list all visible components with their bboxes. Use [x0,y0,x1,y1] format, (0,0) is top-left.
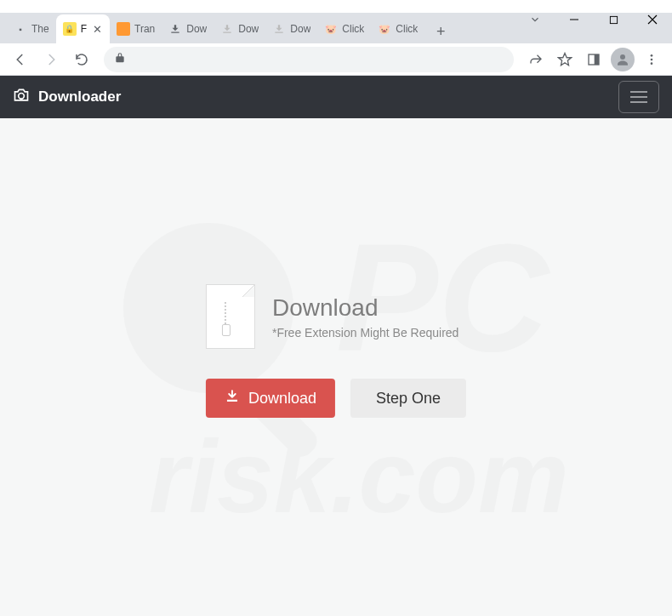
page-header: Downloader [0,76,672,118]
back-button[interactable] [7,46,34,73]
tab-favicon [117,22,130,36]
browser-tab-bar: ▪ The 🔒 F ✕ Tran Dow Dow Dow 🐷 Click 🐷 C… [0,13,672,43]
camera-icon [13,87,30,108]
tab-title: Tran [134,23,155,35]
svg-point-4 [620,54,625,60]
svg-point-7 [651,62,653,65]
browser-tab[interactable]: ▪ The [7,14,56,43]
panel-icon[interactable] [580,46,607,73]
browser-tab-active[interactable]: 🔒 F ✕ [56,14,110,43]
tab-favicon: 🐷 [324,22,338,36]
svg-rect-3 [595,54,599,65]
browser-tab[interactable]: Dow [162,14,214,43]
tab-favicon: ▪ [14,22,27,36]
svg-point-5 [651,54,653,57]
minimize-button[interactable] [555,3,594,37]
hamburger-menu[interactable] [618,81,659,113]
download-arrow-icon [225,389,240,408]
svg-text:risk.com: risk.com [149,419,569,533]
bookmark-icon[interactable] [551,46,578,73]
forward-button[interactable] [37,46,65,73]
tab-title: Click [342,23,364,35]
profile-button[interactable] [609,46,636,73]
tab-favicon: 🐷 [378,22,391,36]
download-subtitle: *Free Extension Might Be Required [272,326,458,339]
lock-icon [114,52,126,67]
tab-title: Dow [186,23,207,35]
new-tab-button[interactable]: + [429,20,453,43]
brand[interactable]: Downloader [13,87,121,108]
browser-tab[interactable]: 🐷 Click [317,14,371,43]
main-content: PC risk.com Download *Free Extension Mig… [0,118,672,616]
zip-file-icon [206,284,255,349]
reload-button[interactable] [68,46,95,73]
svg-rect-1 [610,16,617,23]
download-icon [272,22,286,36]
close-button[interactable] [633,3,672,37]
browser-tab[interactable]: 🐷 Click [371,14,424,43]
tab-title: F [81,23,87,35]
window-controls [515,3,672,37]
svg-point-8 [19,93,25,99]
download-info: Download *Free Extension Might Be Requir… [206,284,458,349]
brand-title: Downloader [38,88,121,106]
close-icon[interactable]: ✕ [91,23,103,35]
maximize-button[interactable] [594,3,633,37]
tab-title: Dow [290,23,310,35]
share-icon[interactable] [522,46,550,73]
address-bar[interactable] [104,47,514,72]
download-icon [168,22,182,36]
browser-tab[interactable]: Dow [265,14,317,43]
tab-title: Click [396,23,418,35]
download-button-label: Download [248,390,316,408]
tab-title: The [31,23,49,35]
browser-tab[interactable]: Dow [214,14,265,43]
download-icon [220,22,234,36]
chevron-down-icon[interactable] [515,3,555,37]
menu-icon[interactable] [638,46,665,73]
download-title: Download [272,294,458,322]
browser-tab[interactable]: Tran [110,14,162,43]
tab-title: Dow [238,23,259,35]
download-section: Download *Free Extension Might Be Requir… [206,284,466,418]
lock-icon: 🔒 [63,22,77,36]
step-button-label: Step One [376,390,441,408]
button-row: Download Step One [206,379,466,418]
browser-toolbar [0,43,672,76]
step-one-button[interactable]: Step One [350,379,466,418]
svg-point-6 [651,58,653,60]
download-button[interactable]: Download [206,379,335,418]
avatar [611,48,635,71]
